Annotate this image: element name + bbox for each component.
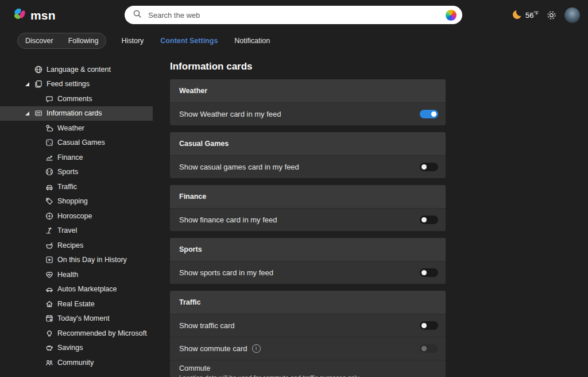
tab-following[interactable]: Following xyxy=(61,33,106,48)
setting-label-text: Show sports card in my feed xyxy=(179,268,273,277)
top-bar: msn 56°F xyxy=(0,0,588,30)
tab-notification[interactable]: Notification xyxy=(227,33,277,48)
copilot-icon[interactable] xyxy=(446,10,457,21)
show-weather-card-in-my-feed-toggle[interactable] xyxy=(420,110,438,118)
note-text: Location data will be used for commute a… xyxy=(179,374,436,377)
games-icon xyxy=(45,138,54,147)
settings-card-sports: SportsShow sports card in my feed xyxy=(170,238,446,284)
sidebar-item-label: Savings xyxy=(57,344,83,352)
search-input[interactable] xyxy=(147,10,446,20)
settings-panel: Information cards WeatherShow Weather ca… xyxy=(170,52,446,377)
user-avatar[interactable] xyxy=(564,7,580,23)
sidebar-item-travel[interactable]: Travel xyxy=(0,224,153,238)
msn-settings-page: msn 56°F xyxy=(0,0,588,377)
shopping-icon xyxy=(45,197,54,206)
sidebar-item-language-content[interactable]: Language & content xyxy=(0,62,153,77)
moon-icon xyxy=(513,10,521,19)
settings-card-finance: FinanceShow finance card in my feed xyxy=(170,185,446,231)
tab-history[interactable]: History xyxy=(114,33,151,48)
msn-logo-text: msn xyxy=(30,9,56,22)
msn-logo[interactable]: msn xyxy=(13,7,56,24)
toggle-knob xyxy=(421,217,427,222)
recommended-icon xyxy=(45,329,54,338)
sidebar-item-label: Recipes xyxy=(57,241,83,249)
cards-icon xyxy=(34,109,43,118)
sidebar-item-finance[interactable]: Finance xyxy=(0,150,153,165)
sidebar-item-horoscope[interactable]: Horoscope xyxy=(0,209,153,224)
sidebar-item-on-this-day-in-history[interactable]: On this Day in History xyxy=(0,253,153,268)
sidebar-item-weather[interactable]: Weather xyxy=(0,121,153,136)
comment-icon xyxy=(45,94,54,103)
toggle-knob xyxy=(421,346,427,351)
search-bar[interactable] xyxy=(125,6,462,24)
sidebar-item-label: Today's Moment xyxy=(57,314,110,322)
sidebar-item-traffic[interactable]: Traffic xyxy=(0,179,153,194)
sidebar-item-real-estate[interactable]: Real Estate xyxy=(0,297,153,311)
toggle-knob xyxy=(421,164,427,170)
sidebar-item-label: Language & content xyxy=(47,66,111,74)
horoscope-icon xyxy=(45,211,54,221)
search-icon xyxy=(133,9,142,21)
toggle-knob xyxy=(421,270,427,275)
setting-label: Show commute card xyxy=(179,344,261,353)
setting-label: Show traffic card xyxy=(179,321,235,330)
tree-expander-placeholder xyxy=(25,67,29,71)
sidebar-item-label: On this Day in History xyxy=(57,256,127,264)
sidebar-item-comments[interactable]: Comments xyxy=(0,91,153,106)
setting-row-show-weather-card-in-my-feed: Show Weather card in my feed xyxy=(170,102,446,125)
show-sports-card-in-my-feed-toggle[interactable] xyxy=(420,268,438,277)
show-finance-card-in-my-feed-toggle[interactable] xyxy=(420,216,438,224)
sidebar-item-feed-settings[interactable]: Feed settings xyxy=(0,77,153,92)
sidebar-item-label: Community xyxy=(57,359,94,367)
setting-row-show-casual-games-card-in-my-feed: Show casual games card in my feed xyxy=(170,155,446,178)
card-header-traffic: Traffic xyxy=(170,291,446,314)
sidebar-item-label: Weather xyxy=(57,124,84,132)
settings-card-traffic: TrafficShow traffic cardShow commute car… xyxy=(170,291,446,377)
note-commute: CommuteLocation data will be used for co… xyxy=(170,360,446,377)
sidebar-item-label: Information cards xyxy=(47,109,102,117)
weather-icon xyxy=(45,124,54,133)
health-icon xyxy=(45,270,54,279)
setting-row-show-finance-card-in-my-feed: Show finance card in my feed xyxy=(170,208,446,231)
sidebar-item-information-cards[interactable]: Information cards xyxy=(0,106,153,121)
sidebar-item-recipes[interactable]: Recipes xyxy=(0,238,153,253)
tab-content-settings[interactable]: Content Settings xyxy=(153,33,225,48)
sidebar-item-savings[interactable]: Savings xyxy=(0,341,153,356)
setting-row-show-commute-card: Show commute card xyxy=(170,337,446,360)
sidebar-item-sports[interactable]: Sports xyxy=(0,165,153,180)
day-history-icon xyxy=(45,255,54,264)
show-commute-card-toggle xyxy=(420,344,438,353)
sidebar-item-label: Health xyxy=(57,271,78,279)
gear-icon[interactable] xyxy=(546,10,557,21)
settings-sections: WeatherShow Weather card in my feedCasua… xyxy=(170,79,446,377)
feed-icon xyxy=(34,79,43,89)
page-title: Information cards xyxy=(170,61,446,72)
show-casual-games-card-in-my-feed-toggle[interactable] xyxy=(420,163,438,171)
sidebar-item-autos-marketplace[interactable]: Autos Marketplace xyxy=(0,282,153,297)
moment-icon xyxy=(45,314,54,323)
tree-expanded-icon[interactable] xyxy=(25,111,29,116)
settings-card-casual-games: Casual GamesShow casual games card in my… xyxy=(170,132,446,178)
sidebar-item-recommended-by-microsoft[interactable]: Recommended by Microsoft xyxy=(0,326,153,341)
setting-label-text: Show Weather card in my feed xyxy=(179,110,281,118)
sidebar-item-label: Comments xyxy=(57,95,92,103)
temperature-label: 56°F xyxy=(525,10,539,20)
tab-discover[interactable]: Discover xyxy=(18,33,61,48)
weather-chip[interactable]: 56°F xyxy=(513,10,539,20)
show-traffic-card-toggle[interactable] xyxy=(420,321,438,330)
sidebar-item-community[interactable]: Community xyxy=(0,355,153,370)
setting-label-text: Show traffic card xyxy=(179,321,235,330)
globe-icon xyxy=(34,65,43,74)
sidebar-item-health[interactable]: Health xyxy=(0,267,153,282)
sidebar-item-casual-games[interactable]: Casual Games xyxy=(0,136,153,151)
sidebar-item-today-s-moment[interactable]: Today's Moment xyxy=(0,311,153,326)
setting-row-show-traffic-card: Show traffic card xyxy=(170,314,446,337)
setting-label: Show casual games card in my feed xyxy=(179,163,299,171)
tree-expanded-icon[interactable] xyxy=(25,82,29,86)
setting-label-text: Show casual games card in my feed xyxy=(179,163,299,171)
settings-card-weather: WeatherShow Weather card in my feed xyxy=(170,79,446,125)
sidebar-item-label: Horoscope xyxy=(57,212,92,220)
info-icon[interactable] xyxy=(252,344,261,353)
toggle-knob xyxy=(431,111,436,117)
sidebar-item-shopping[interactable]: Shopping xyxy=(0,194,153,209)
